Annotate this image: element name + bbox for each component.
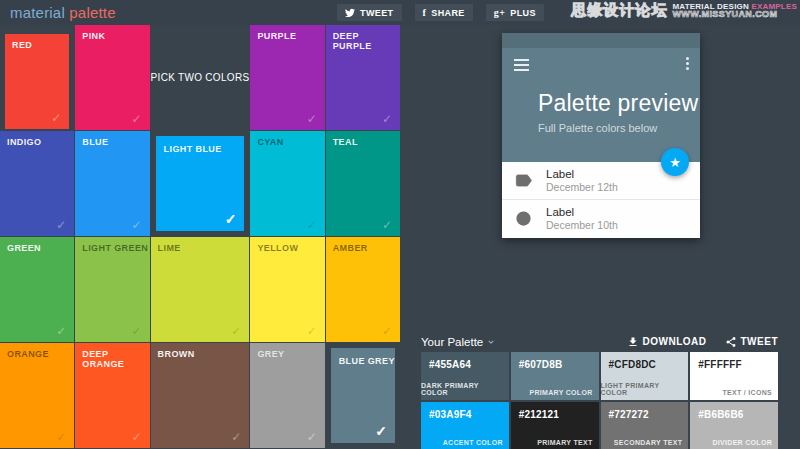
facebook-icon: f	[423, 7, 427, 18]
color-tile-light-green[interactable]: LIGHT GREEN✓	[75, 237, 149, 342]
color-tile-lime[interactable]: LIME✓	[151, 237, 250, 342]
swatch-hex: #FFFFFF	[698, 359, 742, 370]
color-tile-label: DEEP PURPLE	[333, 31, 400, 51]
watermark: 思缘设计论坛 MATERIAL DESIGN EXAMPLES WWW.MISS…	[571, 1, 797, 20]
tweet-button[interactable]: TWEET	[725, 336, 779, 348]
color-tile-blue-grey[interactable]: BLUE GREY✓	[331, 348, 395, 443]
palette-preview-card: Palette preview Full Palette colors belo…	[502, 33, 700, 238]
swatch-role: DARK PRIMARY COLOR	[421, 382, 503, 396]
color-tile-grey[interactable]: GREY✓	[250, 343, 324, 448]
swatch-primary-text[interactable]: #212121PRIMARY TEXT	[511, 402, 599, 449]
color-tile-label: GREEN	[7, 243, 41, 253]
swatch-light-primary-color[interactable]: #CFD8DCLIGHT PRIMARY COLOR	[601, 352, 689, 400]
list-item-date: December 10th	[546, 219, 618, 231]
share-icon	[725, 336, 737, 348]
color-tile-amber[interactable]: AMBER✓	[326, 237, 400, 342]
color-tile-label: BROWN	[158, 349, 195, 359]
color-cell-purple: PURPLE✓	[250, 25, 324, 130]
swatch-secondary-text[interactable]: #727272SECONDARY TEXT	[601, 402, 689, 449]
color-tile-label: TEAL	[333, 137, 358, 147]
pick-two-colors-message: PICK TWO COLORS	[151, 25, 250, 130]
color-tile-cyan[interactable]: CYAN✓	[250, 131, 324, 236]
check-icon: ✓	[132, 218, 142, 232]
color-tile-light-blue[interactable]: LIGHT BLUE✓	[156, 136, 245, 231]
color-tile-label: BLUE	[82, 137, 108, 147]
swatch-divider-color[interactable]: #B6B6B6DIVIDER COLOR	[690, 402, 778, 449]
twitter-icon	[345, 8, 355, 18]
color-tile-label: INDIGO	[7, 137, 41, 147]
preview-status-bar	[502, 33, 700, 48]
color-cell-light-blue: LIGHT BLUE✓	[151, 131, 250, 236]
download-button[interactable]: DOWNLOAD	[627, 336, 707, 348]
color-grid: RED✓PINK✓PICK TWO COLORSPURPLE✓DEEP PURP…	[0, 25, 400, 449]
color-tile-pink[interactable]: PINK✓	[75, 25, 149, 130]
color-tile-deep-purple[interactable]: DEEP PURPLE✓	[326, 25, 400, 130]
check-icon: ✓	[307, 112, 317, 126]
list-item-label: Label	[546, 168, 618, 180]
swatch-text-icons[interactable]: #FFFFFFTEXT / ICONS	[690, 352, 778, 400]
preview-subtitle: Full Palette colors below	[538, 122, 657, 134]
swatch-role: SECONDARY TEXT	[614, 439, 682, 446]
color-tile-red[interactable]: RED✓	[5, 34, 69, 129]
color-cell-green: GREEN✓	[0, 237, 74, 342]
color-tile-blue[interactable]: BLUE✓	[75, 131, 149, 236]
swatch-primary-color[interactable]: #607D8BPRIMARY COLOR	[511, 352, 599, 400]
color-tile-label: PINK	[82, 31, 105, 41]
color-cell-lime: LIME✓	[151, 237, 250, 342]
color-tile-label: DEEP ORANGE	[82, 349, 149, 369]
hamburger-menu-icon	[514, 59, 529, 74]
site-logo[interactable]: material palette	[10, 4, 116, 21]
color-cell-grey: GREY✓	[250, 343, 324, 448]
check-icon: ✓	[307, 324, 317, 338]
color-tile-label: LIGHT GREEN	[82, 243, 148, 253]
check-icon: ✓	[307, 218, 317, 232]
your-palette-dropdown[interactable]: Your Palette	[421, 336, 496, 348]
color-tile-label: BLUE GREY	[339, 356, 395, 366]
swatch-role: ACCENT COLOR	[443, 439, 503, 446]
color-tile-green[interactable]: GREEN✓	[0, 237, 74, 342]
list-item-date: December 12th	[546, 181, 618, 193]
plus-button[interactable]: g+PLUS	[486, 4, 544, 21]
color-tile-yellow[interactable]: YELLOW✓	[250, 237, 324, 342]
color-tile-brown[interactable]: BROWN✓	[151, 343, 250, 448]
color-tile-label: RED	[12, 40, 32, 50]
color-tile-label: GREY	[257, 349, 284, 359]
palette-swatches: #455A64DARK PRIMARY COLOR#607D8BPRIMARY …	[421, 352, 778, 449]
logo-palette: palette	[69, 4, 115, 21]
chevron-down-icon	[486, 337, 496, 347]
share-button[interactable]: fSHARE	[415, 4, 473, 21]
palette-panel-actions: DOWNLOADTWEET	[627, 336, 779, 348]
check-icon: ✓	[231, 430, 241, 444]
swatch-role: DIVIDER COLOR	[712, 439, 772, 446]
color-tile-teal[interactable]: TEAL✓	[326, 131, 400, 236]
check-icon: ✓	[56, 218, 66, 232]
check-icon: ✓	[307, 430, 317, 444]
color-cell-teal: TEAL✓	[326, 131, 400, 236]
top-bar: material palette TWEETfSHAREg+PLUS 思缘设计论…	[0, 0, 800, 25]
swatch-hex: #212121	[519, 409, 559, 420]
color-tile-purple[interactable]: PURPLE✓	[250, 25, 324, 130]
list-item-text: LabelDecember 10th	[546, 206, 618, 231]
color-cell-amber: AMBER✓	[326, 237, 400, 342]
color-tile-label: CYAN	[257, 137, 283, 147]
clock-icon	[514, 209, 533, 228]
check-icon: ✓	[231, 324, 241, 338]
swatch-accent-color[interactable]: #03A9F4ACCENT COLOR	[421, 402, 509, 449]
tweet-button[interactable]: TWEET	[337, 4, 402, 21]
color-tile-indigo[interactable]: INDIGO✓	[0, 131, 74, 236]
color-tile-label: YELLOW	[257, 243, 298, 253]
swatch-hex: #727272	[609, 409, 649, 420]
logo-material: material	[10, 4, 65, 21]
list-item-text: LabelDecember 12th	[546, 168, 618, 193]
swatch-dark-primary-color[interactable]: #455A64DARK PRIMARY COLOR	[421, 352, 509, 400]
color-tile-label: ORANGE	[7, 349, 49, 359]
color-tile-orange[interactable]: ORANGE✓	[0, 343, 74, 448]
swatch-hex: #B6B6B6	[698, 409, 743, 420]
action-label: DOWNLOAD	[643, 336, 707, 347]
color-cell-red: RED✓	[0, 25, 74, 130]
color-tile-deep-orange[interactable]: DEEP ORANGE✓	[75, 343, 149, 448]
share-button-label: SHARE	[431, 8, 465, 18]
preview-list-item: LabelDecember 10th	[502, 200, 700, 237]
color-cell-pink: PINK✓	[75, 25, 149, 130]
check-icon: ✓	[382, 112, 392, 126]
